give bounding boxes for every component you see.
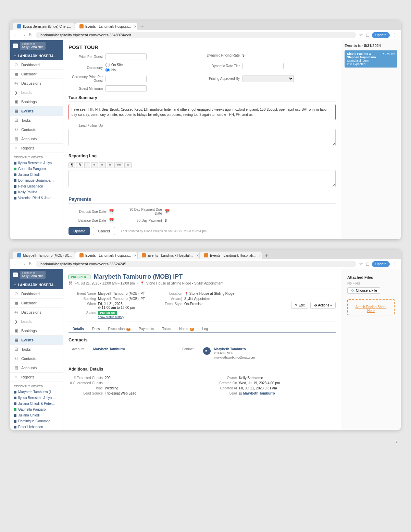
recent-item-2-5[interactable]: Juliana Chiodi xyxy=(10,412,63,418)
address-url-1[interactable]: landmarkhospitality.tripleseat.com/event… xyxy=(36,32,356,38)
sidebar-item-bookings-2[interactable]: ▣ Bookings xyxy=(10,326,63,336)
tab-close-2b[interactable]: ✕ xyxy=(196,254,199,257)
deposit-calendar-icon[interactable]: 📅 xyxy=(109,209,114,214)
edit-button[interactable]: ✎ Edit xyxy=(291,302,308,309)
tab-close-2c[interactable]: ✕ xyxy=(259,254,261,257)
recent-item-2[interactable]: Gabriella Pangaro xyxy=(10,166,63,172)
contact-name-link[interactable]: Marybeth Tamburro xyxy=(214,347,246,351)
recent-item-2-2[interactable]: Ilyssa Bernstein & Ilya ... xyxy=(10,395,63,401)
sidebar-item-contacts-1[interactable]: ⚇ Contacts xyxy=(10,125,63,134)
toolbar-paragraph[interactable]: ¶ xyxy=(68,162,75,168)
sidebar-item-accounts-2[interactable]: ▤ Accounts xyxy=(10,363,63,373)
tab-events-2c[interactable]: Events - Landmark Hospitali... ✕ xyxy=(200,252,262,259)
dynamic-rate-tier-input[interactable] xyxy=(242,63,284,69)
tab-events-2b[interactable]: Events - Landmark Hospitali... ✕ xyxy=(138,252,199,259)
recent-item-2-7[interactable]: Peter Liebenson xyxy=(10,424,63,430)
star-btn-1[interactable]: ☆ xyxy=(359,32,363,38)
attach-pricing-link[interactable]: Attach Pricing Sheet Here xyxy=(351,305,390,313)
recent-item-3[interactable]: Juliana Chiodi xyxy=(10,172,63,178)
reload-btn-1[interactable]: ↻ xyxy=(29,32,33,38)
update-button-1[interactable]: Update xyxy=(68,227,90,235)
recent-item-5[interactable]: Peter Liebenson xyxy=(10,183,63,189)
tab-marybeth[interactable]: Marybeth Tamburro (MOB) SC... ✕ xyxy=(13,252,75,259)
sidebar-item-tasks-2[interactable]: ☑ Tasks xyxy=(10,345,63,354)
sidebar-item-leads-2[interactable]: ❯ Leads xyxy=(10,317,63,326)
sidebar-item-tasks-1[interactable]: ☑ Tasks xyxy=(10,116,63,125)
ceremony-onsite[interactable]: On Site xyxy=(105,63,123,67)
sidebar-item-leads-1[interactable]: ❯ Leads xyxy=(10,88,63,97)
reload-btn-2[interactable]: ↻ xyxy=(29,261,33,267)
tab-discussion[interactable]: Discussion 0 xyxy=(104,325,135,333)
balance-calendar-icon[interactable]: 📅 xyxy=(109,218,114,223)
recent-item-2-1[interactable]: Marybeth Tamburro (I... xyxy=(10,389,63,395)
payment-90-calendar-icon[interactable]: 📅 xyxy=(165,209,170,214)
toolbar-italic[interactable]: I xyxy=(84,162,90,168)
tab-close-1[interactable]: ✕ xyxy=(74,25,75,28)
sidebar-item-dashboard-2[interactable]: ⊙ Dashboard xyxy=(10,289,63,299)
account-link[interactable]: Marybeth Tamburro xyxy=(93,347,125,351)
recent-item-6[interactable]: Kelly Phillips xyxy=(10,189,63,195)
toolbar-list2[interactable]: ≡ xyxy=(99,162,106,168)
update-btn-1[interactable]: Update xyxy=(372,32,390,38)
bookmark-btn-1[interactable]: □ xyxy=(366,32,369,38)
tab-log[interactable]: Log xyxy=(198,325,212,333)
back-btn-2[interactable]: ← xyxy=(14,261,18,267)
tab-events-2a[interactable]: Events - Landmark Hospitali... ✕ xyxy=(75,252,137,259)
contact-email[interactable]: marybethtamburro@mac.com xyxy=(214,355,255,360)
toolbar-list1[interactable]: ≡ xyxy=(91,162,98,168)
tab-events-1[interactable]: Events - Landmark Hospitali... ✕ xyxy=(75,23,137,30)
tab-details[interactable]: Details xyxy=(68,325,88,333)
forward-btn-1[interactable]: → xyxy=(21,32,26,38)
actions-button[interactable]: ⚙ Actions ▾ xyxy=(310,302,336,309)
new-tab-button-1[interactable]: + xyxy=(138,23,146,29)
sidebar-item-calendar-1[interactable]: ▦ Calendar xyxy=(10,70,63,79)
ceremony-no-radio[interactable] xyxy=(105,68,110,72)
sidebar-item-calendar-2[interactable]: ▦ Calendar xyxy=(10,299,63,308)
sidebar-item-discussions-1[interactable]: ◎ Discussions xyxy=(10,79,63,88)
back-btn-1[interactable]: ← xyxy=(14,32,18,38)
tab-close-2[interactable]: ✕ xyxy=(134,25,137,28)
more-btn-1[interactable]: ⋮ xyxy=(393,32,397,38)
new-tab-button-2[interactable]: + xyxy=(262,252,271,258)
recent-item-2-4[interactable]: Gabriella Pangaro xyxy=(10,407,63,412)
hamburger-icon-2[interactable]: ≡ xyxy=(13,273,18,277)
sidebar-item-reports-2[interactable]: ≡ Reports xyxy=(10,373,63,382)
tab-notes[interactable]: Notes 2 xyxy=(175,325,198,333)
sidebar-item-discussions-2[interactable]: ◎ Discussions xyxy=(10,308,63,317)
sidebar-item-events-1[interactable]: ▤ Events xyxy=(10,107,63,116)
choose-file-btn[interactable]: 📎 Choose a File xyxy=(347,287,380,294)
forward-btn-2[interactable]: → xyxy=(21,261,26,267)
ceremony-price-input[interactable] xyxy=(105,76,147,82)
sidebar-item-reports-1[interactable]: ≡ Reports xyxy=(10,144,63,153)
sidebar-item-contacts-2[interactable]: ⚇ Contacts xyxy=(10,354,63,363)
hamburger-icon[interactable]: ≡ xyxy=(13,44,18,48)
tab-docs[interactable]: Docs xyxy=(88,325,104,333)
bookmark-btn-2[interactable]: □ xyxy=(366,261,369,267)
lead-link[interactable]: Marybeth Tamburro xyxy=(243,391,275,395)
update-btn-2[interactable]: Update xyxy=(372,261,390,267)
recent-item-2-6[interactable]: Dominique Gouamba ... xyxy=(10,418,63,424)
reporting-log-textarea[interactable] xyxy=(68,170,336,187)
lead-follow-up-textarea[interactable] xyxy=(68,129,336,146)
show-history-link[interactable]: show status history xyxy=(98,315,124,319)
toolbar-list3[interactable]: ≡ xyxy=(107,162,114,168)
more-btn-2[interactable]: ⋮ xyxy=(393,261,397,267)
recent-item-4[interactable]: Dominique Gouamba ... xyxy=(10,178,63,183)
ceremony-onsite-radio[interactable] xyxy=(105,63,110,67)
guest-min-input[interactable] xyxy=(105,85,147,92)
toolbar-indent[interactable]: ≡≡ xyxy=(114,162,123,168)
cancel-button-1[interactable]: Cancel xyxy=(93,227,115,235)
toolbar-link[interactable]: ∞ xyxy=(124,162,132,168)
star-btn-2[interactable]: ☆ xyxy=(359,261,363,267)
recent-item-2-3[interactable]: Juliana Chiodi & Peter... xyxy=(10,401,63,407)
tab-ilyssa[interactable]: Ilyssa Bernstein (Bride) Chery... ✕ xyxy=(13,23,75,30)
toolbar-bold[interactable]: B xyxy=(76,162,83,168)
tab-close-2a[interactable]: ✕ xyxy=(134,254,137,257)
sidebar-item-bookings-1[interactable]: ▣ Bookings xyxy=(10,97,63,107)
tab-tasks[interactable]: Tasks xyxy=(158,325,175,333)
tab-payments[interactable]: Payments xyxy=(135,325,158,333)
address-url-2[interactable]: landmarkhospitality.tripleseat.com/event… xyxy=(36,261,356,267)
sidebar-item-events-2[interactable]: ▤ Events xyxy=(10,336,63,345)
sidebar-item-dashboard-1[interactable]: ⊙ Dashboard xyxy=(10,60,63,70)
price-per-guest-input[interactable] xyxy=(105,53,147,60)
